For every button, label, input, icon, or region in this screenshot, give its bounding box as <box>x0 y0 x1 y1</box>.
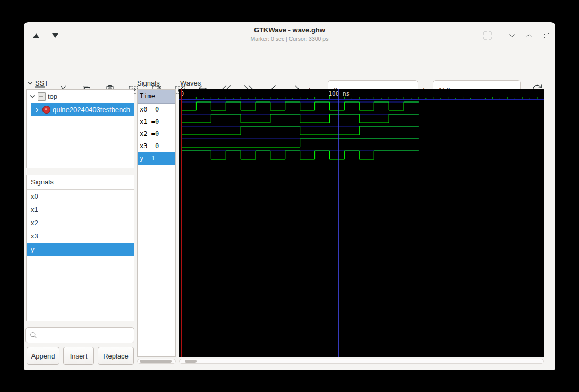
chevron-up-icon <box>524 31 534 40</box>
signal-list-header: Signals <box>27 175 134 190</box>
waves-frame-label: Waves <box>180 79 201 87</box>
frame-line <box>203 83 544 83</box>
signal-list: x0x1x2x3y <box>27 190 134 256</box>
waves-hscrollbar[interactable] <box>179 359 544 364</box>
signals-frame-header: Signals <box>137 79 176 87</box>
search-input[interactable] <box>40 331 135 340</box>
signal-list-item[interactable]: x2 <box>27 216 134 229</box>
tree-row-top[interactable]: top <box>27 90 134 103</box>
signal-list-item[interactable]: x1 <box>27 203 134 216</box>
tree-child-label: quine20240403testbench <box>53 106 130 114</box>
titlebar: GTKWave - wave.ghw Marker: 0 sec | Curso… <box>24 22 555 48</box>
screen: GTKWave - wave.ghw Marker: 0 sec | Curso… <box>0 0 579 392</box>
time-header[interactable]: Time <box>138 90 175 104</box>
maximize-button[interactable] <box>522 29 536 42</box>
sst-expander[interactable]: SST <box>27 79 48 87</box>
wave-trace-y <box>182 151 419 159</box>
fit-window-button[interactable] <box>481 29 495 42</box>
testbench-icon <box>42 106 50 114</box>
wave-name-row[interactable]: x0 =0 <box>138 104 175 116</box>
frame-line <box>163 83 176 83</box>
close-button[interactable] <box>539 29 553 42</box>
names-hscrollbar[interactable] <box>137 359 176 364</box>
gtkwave-window: GTKWave - wave.ghw Marker: 0 sec | Curso… <box>24 22 555 370</box>
wave-name-row[interactable]: x2 =0 <box>138 128 175 140</box>
wave-trace-x2 <box>182 126 419 135</box>
module-icon <box>38 92 46 101</box>
replace-button[interactable]: Replace <box>98 347 134 365</box>
tree-expander-closed-icon[interactable] <box>34 107 40 113</box>
tree-expander-open-icon[interactable] <box>29 93 36 100</box>
timeline-label: 0 <box>181 90 184 97</box>
fullscreen-icon <box>482 30 493 41</box>
close-icon <box>542 31 551 40</box>
wave-area[interactable]: 0100 ns <box>179 89 544 357</box>
expander-chevron-icon <box>27 80 33 87</box>
timeline-label: 100 ns <box>329 90 350 97</box>
signal-search-panel: Signals x0x1x2x3y <box>26 175 134 321</box>
sst-label: SST <box>35 79 48 87</box>
toolbar: From: To: <box>24 48 555 75</box>
tree-row-testbench[interactable]: quine20240403testbench <box>31 103 134 116</box>
waves-hscrollbar-thumb[interactable] <box>185 360 197 363</box>
signals-frame-label: Signals <box>137 79 160 87</box>
insert-button[interactable]: Insert <box>63 347 94 365</box>
search-box <box>25 327 134 343</box>
wave-trace-x1 <box>182 114 419 123</box>
waves-frame-header: Waves <box>180 79 544 87</box>
wave-trace-x3 <box>182 139 419 147</box>
wave-name-row[interactable]: y =1 <box>138 152 175 165</box>
wave-canvas[interactable]: 0100 ns <box>179 89 544 357</box>
title-block: GTKWave - wave.ghw Marker: 0 sec | Curso… <box>24 26 555 42</box>
tree-root-label: top <box>48 92 57 100</box>
wave-name-row[interactable]: x3 =0 <box>138 140 175 152</box>
wave-name-rows: x0 =0x1 =0x2 =0x3 =0y =1 <box>138 104 175 165</box>
signal-list-item[interactable]: y <box>27 243 134 256</box>
window-status: Marker: 0 sec | Cursor: 3300 ps <box>24 36 555 42</box>
chevron-down-icon <box>507 31 517 40</box>
sst-tree-panel: top quine20240403testbench <box>26 89 134 168</box>
wave-trace-x0 <box>182 102 419 110</box>
wave-names-panel: Time x0 =0x1 =0x2 =0x3 =0y =1 <box>137 89 176 357</box>
names-hscrollbar-thumb[interactable] <box>140 360 172 363</box>
minimize-button[interactable] <box>505 29 519 42</box>
window-title: GTKWave - wave.ghw <box>24 26 555 34</box>
signal-list-item[interactable]: x0 <box>27 190 134 203</box>
append-button[interactable]: Append <box>27 347 59 365</box>
search-icon <box>29 331 38 339</box>
signal-list-item[interactable]: x3 <box>27 229 134 243</box>
wave-name-row[interactable]: x1 =0 <box>138 116 175 128</box>
